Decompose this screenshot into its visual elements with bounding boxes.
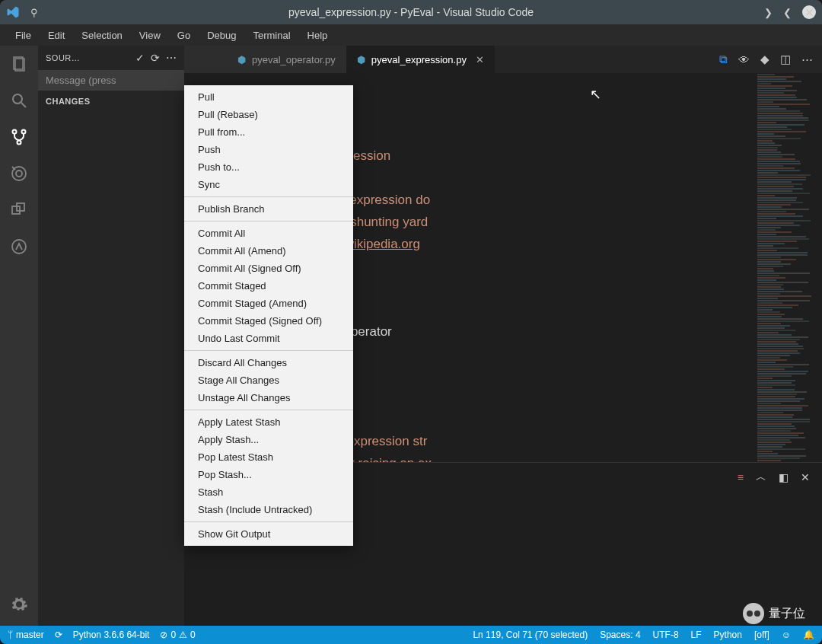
menu-edit[interactable]: Edit <box>40 27 72 44</box>
feedback-icon[interactable]: ☺ <box>782 630 791 640</box>
clear-icon[interactable]: ≡ <box>738 471 744 483</box>
refresh-icon[interactable]: ⟳ <box>151 52 160 64</box>
encoding[interactable]: UTF-8 <box>653 630 679 640</box>
open-changes-icon[interactable]: ◆ <box>760 53 769 66</box>
notifications-icon[interactable]: 🔔 <box>803 630 814 640</box>
menu-sync[interactable]: Sync <box>184 176 353 193</box>
svg-point-6 <box>18 141 21 145</box>
menu-pop-stash[interactable]: Pop Stash... <box>184 466 353 483</box>
menu-go[interactable]: Go <box>170 27 198 44</box>
menu-push-to[interactable]: Push to... <box>184 158 353 176</box>
menu-stash[interactable]: Stash <box>184 483 353 501</box>
more-actions-icon[interactable]: ⋯ <box>166 52 177 64</box>
menu-stash-untracked[interactable]: Stash (Include Untracked) <box>184 501 353 518</box>
menu-apply-latest-stash[interactable]: Apply Latest Stash <box>184 413 353 431</box>
diff-icon[interactable]: ⧉ <box>719 53 728 66</box>
menu-apply-stash[interactable]: Apply Stash... <box>184 431 353 448</box>
menu-undo-last-commit[interactable]: Undo Last Commit <box>184 330 353 347</box>
close-button[interactable]: ✕ <box>802 5 816 19</box>
menu-commit-all-amend[interactable]: Commit All (Amend) <box>184 242 353 260</box>
menu-commit-all[interactable]: Commit All <box>184 225 353 242</box>
menu-pull-rebase[interactable]: Pull (Rebase) <box>184 106 353 123</box>
gitlens-icon[interactable] <box>8 236 30 257</box>
menu-terminal[interactable]: Terminal <box>245 27 298 44</box>
menu-push[interactable]: Push <box>184 141 353 158</box>
watermark: 量子位 <box>743 603 805 624</box>
python-interpreter[interactable]: Python 3.6.6 64-bit <box>73 630 150 640</box>
menu-view[interactable]: View <box>132 27 168 44</box>
eol[interactable]: LF <box>691 630 702 640</box>
menu-selection[interactable]: Selection <box>74 27 129 44</box>
svg-rect-10 <box>12 206 20 214</box>
menu-debug[interactable]: Debug <box>199 27 244 44</box>
svg-point-8 <box>16 171 22 177</box>
menu-pop-latest-stash[interactable]: Pop Latest Stash <box>184 448 353 466</box>
split-editor-icon[interactable]: ◫ <box>780 53 791 66</box>
sync-status[interactable]: ⟳ <box>55 630 62 640</box>
menu-commit-staged[interactable]: Commit Staged <box>184 277 353 295</box>
window-title: pyeval_expression.py - PyEval - Visual S… <box>288 6 534 18</box>
menu-file[interactable]: File <box>8 27 39 44</box>
source-control-icon[interactable] <box>8 126 30 148</box>
more-editor-actions-icon[interactable]: ⋯ <box>801 53 813 66</box>
tab-label: pyeval_expression.py <box>371 54 467 65</box>
python-file-icon: ⬢ <box>237 54 246 65</box>
maximize-button[interactable]: ❮ <box>783 7 792 18</box>
close-panel-icon[interactable]: ✕ <box>801 471 810 483</box>
menu-show-git-output[interactable]: Show Git Output <box>184 525 353 543</box>
menu-commit-staged-signed[interactable]: Commit Staged (Signed Off) <box>184 312 353 330</box>
collapse-up-icon[interactable]: ︿ <box>756 470 766 484</box>
debug-icon[interactable] <box>8 163 30 184</box>
watermark-text: 量子位 <box>769 606 805 622</box>
watermark-logo-icon <box>743 603 764 624</box>
menu-separator <box>184 521 353 522</box>
minimap[interactable] <box>754 73 822 462</box>
svg-rect-11 <box>17 203 24 211</box>
explorer-icon[interactable] <box>8 53 30 75</box>
problems-status[interactable]: ⊘ 0 ⚠ 0 <box>160 630 195 640</box>
menu-commit-staged-amend[interactable]: Commit Staged (Amend) <box>184 295 353 312</box>
commit-message-input[interactable]: Message (press <box>38 70 184 91</box>
extensions-icon[interactable] <box>8 199 30 221</box>
svg-point-5 <box>22 130 26 134</box>
vscode-app-icon <box>6 5 20 19</box>
source-control-sidebar: SOUR… ✓ ⟳ ⋯ Message (press CHANGES <box>38 46 184 626</box>
scm-more-actions-menu: Pull Pull (Rebase) Pull from... Push Pus… <box>184 85 353 546</box>
minimize-button[interactable]: ❯ <box>764 7 773 18</box>
cursor-position[interactable]: Ln 119, Col 71 (70 selected) <box>473 630 588 640</box>
statusbar: ᛘ master ⟳ Python 3.6.6 64-bit ⊘ 0 ⚠ 0 L… <box>0 626 822 644</box>
menu-discard-all[interactable]: Discard All Changes <box>184 354 353 371</box>
menu-separator <box>184 196 353 197</box>
language-mode[interactable]: Python <box>714 630 742 640</box>
maximize-panel-icon[interactable]: ◧ <box>779 471 789 483</box>
tab-pyeval-operator[interactable]: ⬢ pyeval_operator.py <box>227 46 346 73</box>
menu-unstage-all[interactable]: Unstage All Changes <box>184 389 353 406</box>
tab-label: pyeval_operator.py <box>252 54 336 65</box>
changes-section[interactable]: CHANGES <box>38 91 184 112</box>
menu-commit-all-signed[interactable]: Commit All (Signed Off) <box>184 260 353 277</box>
pin-icon[interactable]: ⚲ <box>30 7 38 18</box>
titlebar: ⚲ pyeval_expression.py - PyEval - Visual… <box>0 0 822 24</box>
menu-pull-from[interactable]: Pull from... <box>184 123 353 141</box>
live-server[interactable]: [off] <box>754 630 769 640</box>
menubar: File Edit Selection View Go Debug Termin… <box>0 24 822 46</box>
preview-icon[interactable]: 👁 <box>738 53 750 66</box>
tab-pyeval-expression[interactable]: ⬢ pyeval_expression.py ✕ <box>346 46 495 73</box>
activity-bar <box>0 46 38 626</box>
git-branch[interactable]: ᛘ master <box>8 630 44 640</box>
menu-help[interactable]: Help <box>300 27 336 44</box>
svg-point-12 <box>12 240 26 253</box>
settings-gear-icon[interactable] <box>8 594 30 615</box>
menu-separator <box>184 221 353 222</box>
menu-stage-all[interactable]: Stage All Changes <box>184 371 353 389</box>
svg-point-4 <box>13 130 17 134</box>
indentation[interactable]: Spaces: 4 <box>600 630 640 640</box>
search-icon[interactable] <box>8 90 30 111</box>
commit-check-icon[interactable]: ✓ <box>135 52 145 64</box>
menu-separator <box>184 410 353 410</box>
menu-publish-branch[interactable]: Publish Branch <box>184 200 353 218</box>
close-tab-icon[interactable]: ✕ <box>476 54 484 65</box>
sidebar-title: SOUR… <box>46 53 129 62</box>
menu-pull[interactable]: Pull <box>184 88 353 106</box>
svg-point-2 <box>13 94 22 104</box>
